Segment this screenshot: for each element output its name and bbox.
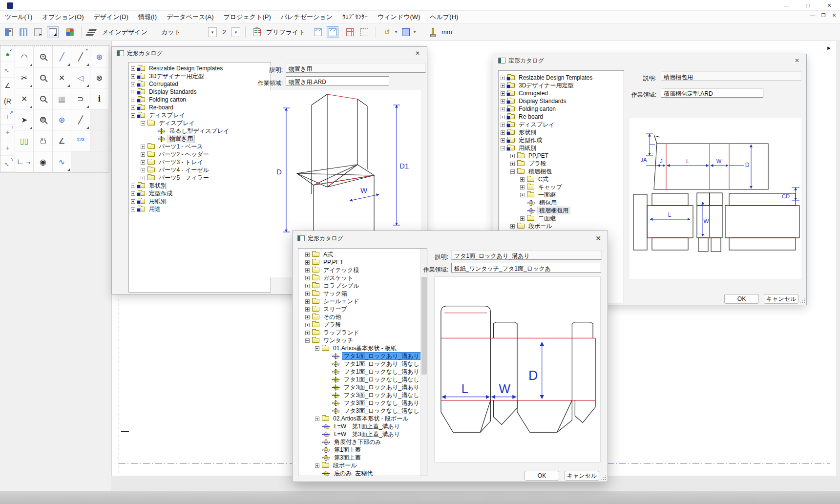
tree-expander[interactable] <box>501 91 505 96</box>
tree-item[interactable]: フタ3面_ロックあり_溝あり <box>303 383 427 391</box>
tree-item[interactable]: アイテック様 <box>303 266 427 274</box>
window-minimize-button[interactable]: — <box>776 0 797 11</box>
tree-item[interactable]: フタ3面_ロックなし_溝なし <box>303 407 427 415</box>
rebuild-layout-icon[interactable] <box>64 26 76 38</box>
tree-expander[interactable] <box>131 207 135 211</box>
tree-item[interactable]: 形状別 <box>129 182 271 189</box>
description-field[interactable]: 物置き用 <box>286 63 426 73</box>
tree-expander[interactable] <box>141 176 145 180</box>
tree-item[interactable]: パーツ4 - イーゼル <box>129 166 271 174</box>
tree-item[interactable]: L=W 第3面上蓋_溝あり <box>303 430 427 438</box>
tree-expander[interactable] <box>501 84 505 88</box>
cancel-button[interactable]: キャンセル <box>764 294 798 304</box>
dimension-grid-icon[interactable] <box>344 26 356 38</box>
tree-item[interactable]: 積層梱包 <box>499 168 624 175</box>
tree-item[interactable]: Folding carton <box>499 105 624 113</box>
tree-item[interactable]: シールエンド <box>303 297 427 305</box>
tool-stretch-point-icon[interactable]: + <box>0 140 15 156</box>
tool-rebuild-icon[interactable]: ●↙ <box>0 46 15 62</box>
tree-expander[interactable] <box>520 177 525 182</box>
tree-expander[interactable] <box>501 138 505 143</box>
tool-arc-intersect-icon[interactable]: ✕ <box>53 67 71 88</box>
tree-item[interactable]: 段ボール <box>499 222 624 230</box>
tree-item[interactable]: 形状別 <box>499 128 624 136</box>
resize-grip[interactable] <box>601 475 606 480</box>
tree-item[interactable]: 底のみ_左糊代 <box>303 469 427 476</box>
bend-line-icon[interactable]: ↺ <box>381 26 393 38</box>
tool-zoom-detail-icon[interactable]: ⋯ <box>34 67 52 88</box>
tree-expander[interactable] <box>305 268 310 273</box>
tree-item[interactable]: フタ3面_ロックなし_溝あり <box>303 399 427 407</box>
tree-expander[interactable] <box>305 252 310 257</box>
tree-expander[interactable] <box>520 193 525 197</box>
tree-expander[interactable] <box>315 463 319 468</box>
tree-item[interactable]: 段ボール <box>303 462 427 469</box>
tool-zoom-out-icon[interactable]: − <box>34 88 52 109</box>
tree-item[interactable]: パーツ2 - ヘッダー <box>129 150 271 158</box>
tool-pan-icon[interactable] <box>34 130 52 151</box>
menu-item-4[interactable]: 情報(I) <box>133 11 162 23</box>
work-area-field[interactable]: 板紙_ワンタッチ_フタ1面_ロックあ <box>451 263 601 273</box>
tree-item[interactable]: サック箱 <box>303 290 427 297</box>
tool-info-icon[interactable]: i <box>90 88 109 109</box>
tool-measure-angle-icon[interactable]: ◁ <box>71 67 90 88</box>
tree-expander[interactable] <box>131 113 135 118</box>
scale-dropdown[interactable]: ▾ <box>231 27 240 37</box>
tree-item[interactable]: 用紙別 <box>499 144 624 152</box>
tree-item[interactable]: プラ段 <box>499 160 624 168</box>
tree-item[interactable]: パーツ5 - フィラー <box>129 174 271 182</box>
tree-expander[interactable] <box>131 98 135 102</box>
tree-item[interactable]: ディスプレイ <box>499 121 624 128</box>
tree-item[interactable]: 積層梱包用 <box>499 207 624 214</box>
tool-move-copy-icon[interactable]: +↗ <box>0 109 15 125</box>
tree-expander[interactable] <box>520 185 525 189</box>
tree-item[interactable]: ワンタッチ <box>303 336 427 344</box>
layer-dropdown[interactable]: ▾ <box>208 27 217 37</box>
tool-fillet-icon[interactable]: ◠ <box>15 46 34 67</box>
window-close-button[interactable]: ✕ <box>819 0 840 11</box>
tree-item[interactable]: 梱包用 <box>499 199 624 207</box>
dialog-titlebar[interactable]: 定形カタログ <box>293 231 608 246</box>
tree-item[interactable]: フタ1面_ロックなし_溝なし <box>303 376 427 383</box>
tree-item[interactable]: Resizable Design Templates <box>129 64 271 72</box>
tree-expander[interactable] <box>141 168 145 172</box>
close-icon[interactable]: ✕ <box>413 49 422 57</box>
child-minimize-button[interactable]: — <box>809 13 817 18</box>
preflight-icon[interactable] <box>251 26 263 38</box>
tree-item[interactable]: PP,PET <box>499 152 624 160</box>
tree-item[interactable]: Folding carton <box>129 96 271 104</box>
tree-item[interactable]: Re-board <box>499 113 624 121</box>
tree-item[interactable]: 第1面上蓋 <box>303 446 427 454</box>
child-close-button[interactable]: ✕ <box>830 13 838 18</box>
tree-expander[interactable] <box>305 338 310 343</box>
tree-expander[interactable] <box>131 66 135 71</box>
palletization-icon[interactable] <box>3 26 15 38</box>
tool-oblique-line-icon[interactable]: ╱ <box>71 109 90 130</box>
tree-expander[interactable] <box>141 152 145 157</box>
tree-expander[interactable] <box>305 260 310 265</box>
tree-item[interactable]: プラ段 <box>303 321 427 329</box>
tool-erase-icon[interactable]: ✕ <box>15 88 34 109</box>
tree-item[interactable]: 用紙別 <box>129 197 271 205</box>
tool-align-panels-icon[interactable]: ▯▯ <box>15 130 34 151</box>
tool-center-point-icon[interactable]: ⊕ <box>53 109 71 130</box>
tree-expander[interactable] <box>305 284 310 288</box>
tool-line-icon[interactable]: ╱ <box>53 46 71 67</box>
tree-expander[interactable] <box>305 323 310 327</box>
tree-item[interactable]: 吊るし型ディスプレイ <box>129 127 271 135</box>
tool-sequence-icon[interactable]: ¹²³ <box>71 130 90 151</box>
tool-zoom-fit-icon[interactable]: ⊞ <box>34 109 52 130</box>
tree-item[interactable]: L=W 第1面上蓋_溝あり <box>303 422 427 430</box>
tree-expander[interactable] <box>501 76 505 80</box>
tree-item[interactable]: 一面継 <box>499 191 624 199</box>
tree-expander[interactable] <box>315 417 319 421</box>
tool-move-diagonal-icon[interactable]: ↔ <box>0 62 15 78</box>
tree-expander[interactable] <box>510 162 515 166</box>
tool-circle-remove-icon[interactable]: ⊗ <box>90 67 109 88</box>
tree-item[interactable]: Display Standards <box>499 97 624 105</box>
menu-item-5[interactable]: データベース(A) <box>162 11 219 23</box>
tree-item[interactable]: Re-board <box>129 104 271 111</box>
tool-dynamic-move-icon[interactable]: ↔ϟ <box>0 156 15 171</box>
tree-expander[interactable] <box>131 191 135 196</box>
tree-item[interactable]: 02.Artios基本形状 - 段ボール <box>303 415 427 422</box>
